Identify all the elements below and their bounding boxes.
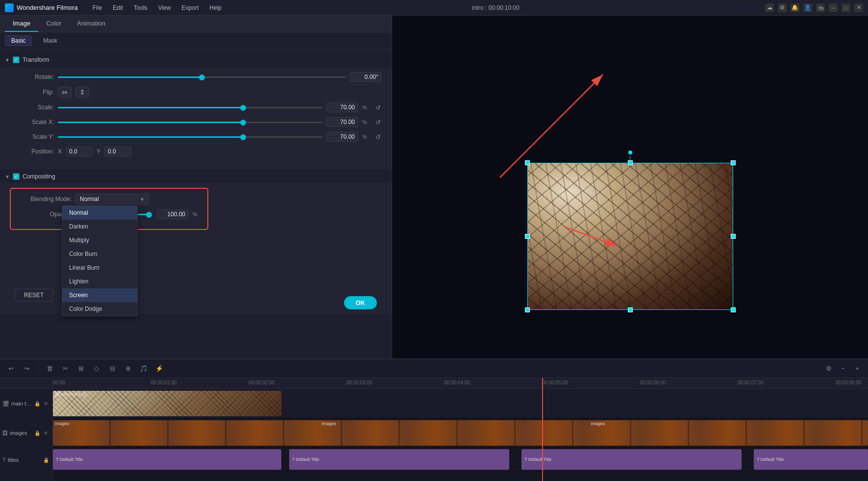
menu-help[interactable]: Help	[204, 3, 226, 13]
scale-slider[interactable]	[58, 107, 322, 108]
scale-y-slider[interactable]	[58, 136, 322, 138]
scale-y-unit: %	[362, 134, 370, 140]
ruler-7: 00:00:07:00	[738, 380, 764, 385]
blend-mode-select[interactable]: Normal ▼	[75, 194, 149, 204]
track2-lock[interactable]: 🔒	[33, 429, 41, 437]
preview-image-container	[527, 163, 733, 310]
selection-border	[527, 163, 733, 310]
reset-button[interactable]: RESET	[15, 289, 53, 302]
track3-controls: 🔒	[42, 456, 50, 464]
track1-lock[interactable]: 🔒	[33, 400, 41, 407]
title-clip-4[interactable]: T Default Title	[754, 449, 868, 470]
clip-images[interactable]: images images images	[53, 420, 868, 446]
tl-speed[interactable]: ⚡	[153, 363, 165, 375]
handle-middle-right[interactable]	[731, 234, 736, 239]
tl-settings[interactable]: ⚙	[823, 363, 835, 375]
sub-tab-basic[interactable]: Basic	[5, 35, 32, 46]
app-name: Wondershare Filmora	[17, 4, 78, 11]
tl-redo[interactable]: ↪	[21, 363, 32, 375]
menu-file[interactable]: File	[88, 3, 107, 13]
pos-x-input[interactable]	[66, 147, 93, 156]
tl-zoom-in[interactable]: +	[851, 363, 863, 375]
scale-y-input[interactable]	[326, 132, 358, 142]
tl-crop[interactable]: ⊞	[75, 363, 87, 375]
handle-bottom-right[interactable]	[731, 307, 736, 312]
tab-color[interactable]: Color	[38, 16, 69, 32]
ok-button[interactable]: OK	[344, 296, 377, 309]
dropdown-item-multiply[interactable]: Multiply	[62, 233, 137, 247]
scale-input[interactable]	[326, 102, 358, 112]
dropdown-item-normal[interactable]: Normal	[62, 206, 137, 220]
title-clip-2[interactable]: T Default Title	[289, 449, 509, 470]
window-minimize[interactable]: ─	[829, 3, 838, 12]
transform-checkbox[interactable]: ✓	[13, 56, 20, 63]
menu-edit[interactable]: Edit	[108, 3, 128, 13]
handle-bottom-middle[interactable]	[628, 307, 633, 312]
account-icon[interactable]: 👤	[803, 3, 812, 12]
ruler-3: 00:00:03:00	[347, 380, 372, 385]
track1-controls: 🔒 👁	[33, 400, 50, 407]
track1-mute[interactable]: 👁	[42, 400, 50, 407]
menu-export[interactable]: Export	[177, 3, 204, 13]
flip-horizontal-btn[interactable]: ⇔	[58, 87, 72, 98]
compositing-section-header[interactable]: ▼ ✓ Compositing	[0, 170, 392, 183]
rotation-dot	[628, 151, 632, 154]
title-clip-1[interactable]: T Default Title	[53, 449, 281, 470]
track3-lock[interactable]: 🔒	[42, 456, 50, 464]
window-maximize[interactable]: □	[842, 3, 850, 12]
menu-view[interactable]: View	[153, 3, 176, 13]
scale-x-input[interactable]	[326, 117, 358, 127]
dropdown-item-color-burn[interactable]: Color Burn	[62, 247, 137, 261]
sub-tab-mask[interactable]: Mask	[37, 35, 64, 46]
tab-animation[interactable]: Animation	[69, 16, 113, 32]
cloud-icon[interactable]: ☁	[765, 3, 774, 12]
dropdown-item-lighten[interactable]: Lighten	[62, 275, 137, 288]
scale-x-reset[interactable]: ↺	[374, 118, 382, 126]
rotate-slider[interactable]	[58, 76, 346, 78]
handle-top-middle[interactable]	[628, 160, 633, 165]
tl-zoom-out[interactable]: −	[837, 363, 849, 375]
blend-mode-dropdown[interactable]: Normal Darken Multiply Color Burn Linear…	[62, 205, 138, 316]
notification-icon[interactable]: 🔔	[791, 3, 799, 12]
tl-delete[interactable]: 🗑	[44, 363, 55, 375]
opacity-input[interactable]	[157, 209, 189, 219]
menu-tools[interactable]: Tools	[129, 3, 152, 13]
tl-undo[interactable]: ↩	[5, 363, 17, 375]
sub-tab-row: Basic Mask	[0, 32, 392, 50]
clip-main-track[interactable]: 🖼 main track (1)	[53, 391, 281, 416]
position-label: Position:	[10, 148, 54, 155]
scale-label: Scale:	[10, 104, 54, 111]
scale-reset[interactable]: ↺	[374, 103, 382, 111]
pos-y-input[interactable]	[104, 147, 131, 156]
scale-x-slider[interactable]	[58, 122, 322, 123]
title-clip-3[interactable]: T Default Title	[521, 449, 742, 470]
tl-keyframe[interactable]: ◇	[91, 363, 102, 375]
dropdown-item-screen[interactable]: Screen	[62, 288, 137, 302]
track2-name: images	[10, 430, 27, 436]
track2-mute[interactable]: 👁	[42, 429, 50, 437]
handle-middle-left[interactable]	[525, 234, 530, 239]
tl-audio[interactable]: 🎵	[138, 363, 149, 375]
transform-section-header[interactable]: ▼ ✓ Transform	[0, 53, 392, 66]
window-close[interactable]: ✕	[854, 3, 863, 12]
store-icon[interactable]: 🛍	[816, 3, 825, 12]
rotate-row: Rotate:	[10, 72, 382, 82]
track1-icon: 🎬	[2, 401, 9, 407]
dropdown-item-linear-burn[interactable]: Linear Burn	[62, 261, 137, 275]
tl-cut[interactable]: ✂	[59, 363, 71, 375]
settings-icon[interactable]: ⚙	[778, 3, 787, 12]
dropdown-item-color-dodge[interactable]: Color Dodge	[62, 302, 137, 316]
tl-transition[interactable]: ⊕	[122, 363, 134, 375]
ruler-5: 00:00:05:00	[542, 380, 568, 385]
scale-y-reset[interactable]: ↺	[374, 133, 382, 141]
flip-vertical-btn[interactable]: ⇕	[75, 87, 89, 98]
tl-split[interactable]: ⊟	[106, 363, 118, 375]
rotate-input[interactable]	[350, 72, 382, 82]
tab-image[interactable]: Image	[5, 16, 38, 32]
compositing-checkbox[interactable]: ✓	[13, 173, 20, 180]
handle-top-right[interactable]	[731, 160, 736, 165]
flip-label: Flip:	[10, 89, 54, 96]
handle-top-left[interactable]	[525, 160, 530, 165]
dropdown-item-darken[interactable]: Darken	[62, 220, 137, 233]
handle-bottom-left[interactable]	[525, 307, 530, 312]
